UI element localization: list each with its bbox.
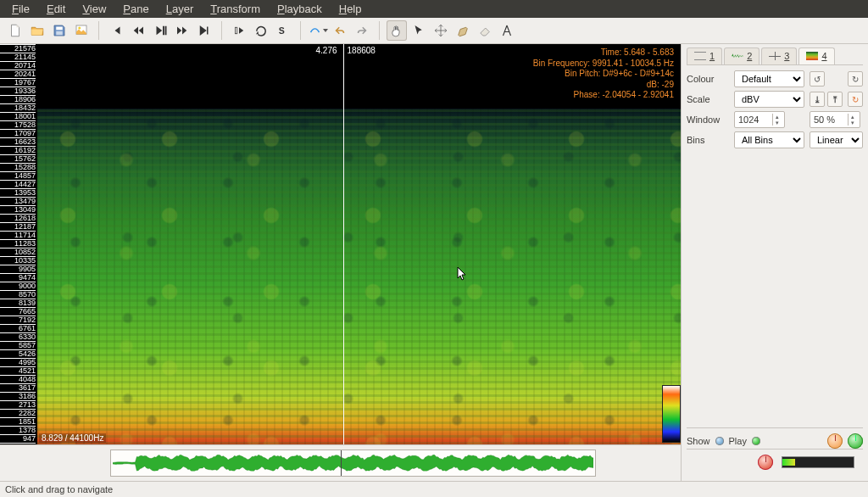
colour-cycle-prev-button[interactable]: ↺ <box>810 71 825 87</box>
freq-tick: 13479 <box>0 197 36 205</box>
playhead-line[interactable] <box>343 44 344 444</box>
window-overlap-value: 50 % <box>814 114 835 125</box>
skip-start-button[interactable] <box>106 20 126 41</box>
undo-button[interactable] <box>330 20 350 41</box>
menu-file[interactable]: File <box>3 0 38 18</box>
colour-cycle-next-button[interactable]: ↻ <box>848 71 863 87</box>
colour-scale <box>662 385 681 443</box>
layer-tab-1[interactable]: 1 <box>687 47 722 64</box>
menu-pane[interactable]: Pane <box>114 0 157 18</box>
layer-tab-4[interactable]: 4 <box>798 47 834 64</box>
overview-position-marker[interactable] <box>341 450 342 476</box>
show-led[interactable] <box>715 437 724 445</box>
layer-tab-3[interactable]: 3 <box>761 47 797 64</box>
freq-tick: 16192 <box>0 146 36 154</box>
freq-tick: 11714 <box>0 231 36 239</box>
freq-tick: 20714 <box>0 61 36 70</box>
info-pitch: Bin Pitch: D#9+6c - D#9+14c <box>533 69 674 80</box>
save-button[interactable] <box>49 20 70 41</box>
menu-view[interactable]: View <box>74 0 114 18</box>
freq-tick: 1851 <box>0 417 36 426</box>
colour-label: Colour <box>687 74 729 84</box>
loop-button[interactable] <box>251 20 271 41</box>
menu-edit[interactable]: Edit <box>38 0 74 18</box>
info-time: Time: 5.648 - 5.683 <box>533 47 674 59</box>
status-text: Click and drag to navigate <box>5 484 113 494</box>
bins-select[interactable]: All Bins <box>734 131 804 148</box>
bin-scale-select[interactable]: Linear <box>810 131 863 148</box>
scale-max-button[interactable]: ⤒ <box>827 92 843 107</box>
overview-frame[interactable] <box>110 450 596 477</box>
freq-tick: 17528 <box>0 120 36 129</box>
menu-transform[interactable]: Transform <box>202 0 269 18</box>
window-size-value: 1024 <box>738 114 759 125</box>
window-size-input[interactable]: 1024 ▴▾ <box>734 111 785 128</box>
export-image-button[interactable] <box>71 20 92 41</box>
spectrogram-canvas[interactable]: 4.276 188608 Time: 5.648 - 5.683 Bin Fre… <box>37 44 681 444</box>
bins-label: Bins <box>687 135 729 145</box>
file-tool-group <box>5 20 92 41</box>
info-overlay: Time: 5.648 - 5.683 Bin Frequency: 9991.… <box>530 46 677 103</box>
overview-pane[interactable] <box>0 444 681 481</box>
pointer-tool-button[interactable] <box>409 20 429 41</box>
playhead-frame-label: 188608 <box>346 46 377 55</box>
skip-end-button[interactable] <box>194 20 214 41</box>
svg-point-3 <box>78 27 81 30</box>
svg-rect-0 <box>56 27 63 31</box>
speed-dial[interactable] <box>758 455 773 470</box>
window-overlap-down[interactable]: ▾ <box>848 120 856 126</box>
window-overlap-input[interactable]: 50 % ▴▾ <box>810 111 860 128</box>
info-frequency: Bin Frequency: 9991.41 - 10034.5 Hz <box>533 59 674 70</box>
open-file-button[interactable] <box>27 20 47 41</box>
hand-tool-button[interactable] <box>387 20 407 41</box>
window-size-down[interactable]: ▾ <box>772 120 781 126</box>
play-led[interactable] <box>752 437 760 445</box>
measure-tool-button[interactable] <box>497 20 517 41</box>
layer-gain-dial[interactable] <box>827 433 843 449</box>
layer-tab-2[interactable]: 2 <box>724 47 760 64</box>
freq-tick: 10852 <box>0 248 36 256</box>
play-mode-group: S <box>229 20 293 41</box>
layer-thumb-crosshair-icon <box>769 52 781 60</box>
scale-reset-button[interactable]: ↻ <box>848 92 863 107</box>
svg-rect-4 <box>163 26 164 36</box>
freq-tick: 16623 <box>0 137 36 146</box>
layer-tabs: 1234 <box>687 47 863 65</box>
scale-label: Scale <box>687 94 729 104</box>
layer-pan-dial[interactable] <box>848 433 863 449</box>
menu-playback[interactable]: Playback <box>269 0 331 18</box>
erase-tool-button[interactable] <box>475 20 495 41</box>
property-grid: Colour Default ↺ ↻ Scale dBV ⤓ ⤒ ↻ Windo… <box>687 70 863 148</box>
global-play-bar <box>687 449 863 476</box>
layer-thumb-ruler-icon <box>694 52 706 60</box>
svg-rect-5 <box>165 26 167 36</box>
window-overlap-up[interactable]: ▴ <box>848 114 856 120</box>
move-tool-button[interactable] <box>431 20 451 41</box>
freq-tick: 18001 <box>0 112 36 120</box>
fast-forward-button[interactable] <box>172 20 192 41</box>
scale-min-button[interactable]: ⤓ <box>810 92 825 107</box>
freq-tick: 7192 <box>0 316 36 324</box>
freq-tick: 14857 <box>0 171 36 180</box>
redo-button[interactable] <box>352 20 372 41</box>
solo-button[interactable]: S <box>273 20 293 41</box>
status-bar: Click and drag to navigate <box>0 481 868 497</box>
window-size-up[interactable]: ▴ <box>772 114 781 120</box>
freq-tick: 5857 <box>0 341 36 349</box>
menu-layer[interactable]: Layer <box>158 0 203 18</box>
new-file-button[interactable] <box>5 20 25 41</box>
freq-tick: 19767 <box>0 78 36 87</box>
scale-select[interactable]: dBV <box>734 91 804 108</box>
play-selection-button[interactable] <box>229 20 249 41</box>
play-pause-button[interactable] <box>150 20 170 41</box>
draw-tool-button[interactable] <box>453 20 473 41</box>
freq-tick: 21145 <box>0 53 36 61</box>
rewind-button[interactable] <box>128 20 148 41</box>
colour-select[interactable]: Default <box>734 70 804 87</box>
layer-thumb-wave-icon <box>732 52 743 60</box>
menu-help[interactable]: Help <box>331 0 370 18</box>
freq-tick: 14427 <box>0 180 36 188</box>
edit-tool-dropdown[interactable] <box>308 20 328 41</box>
play-label: Play <box>729 436 747 446</box>
spectrogram-pane[interactable]: 2157621145207142024119767193361890618432… <box>0 44 681 444</box>
